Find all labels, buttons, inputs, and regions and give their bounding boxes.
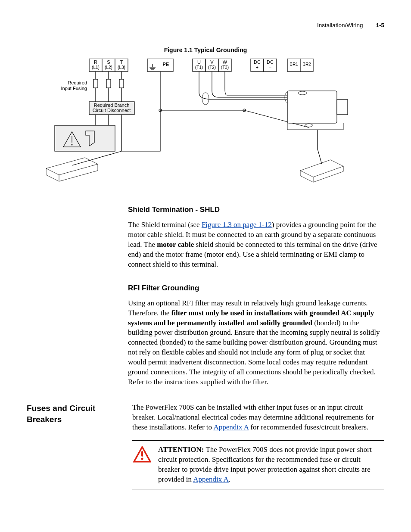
label-required-branch-1: Required Branch [94, 103, 130, 108]
term-s: S [107, 59, 110, 65]
term-v-sub: (T2) [208, 65, 216, 70]
term-pe: PE [163, 62, 169, 67]
svg-point-36 [141, 457, 143, 460]
term-w: W [223, 59, 227, 65]
rfi-paragraph: Using an optional RFI filter may result … [128, 299, 384, 387]
svg-rect-19 [106, 79, 111, 88]
attention-text-b: . [229, 475, 230, 483]
term-t: T [120, 59, 123, 65]
shld-heading: Shield Termination - SHLD [128, 205, 384, 215]
ground-beam-right-icon [300, 160, 343, 182]
figure-caption: Figure 1.1 Typical Grounding [27, 46, 384, 54]
attention-text: ATTENTION: The PowerFlex 700S does not p… [158, 445, 383, 485]
term-br1: BR1 [290, 62, 298, 67]
term-dcm-sub: – [269, 65, 271, 70]
term-s-sub: (L2) [105, 65, 112, 70]
svg-rect-33 [337, 100, 348, 115]
rfi-heading: RFI Filter Grounding [128, 283, 384, 293]
shield-termination-section: Shield Termination - SHLD The Shield ter… [128, 205, 384, 387]
term-dcp: DC [254, 59, 261, 65]
shld-text-a: The Shield terminal (see [128, 221, 202, 229]
attention-appendix-link[interactable]: Appendix A [193, 475, 229, 483]
header-page-number: 1-5 [376, 22, 384, 29]
shld-figure-link[interactable]: Figure 1.3 on page 1-12 [202, 221, 272, 229]
running-header: Installation/Wiring 1-5 [27, 22, 384, 33]
svg-point-24 [72, 144, 73, 146]
term-r: R [94, 59, 97, 65]
shld-bold: motor cable [157, 240, 194, 249]
svg-rect-20 [119, 79, 124, 88]
label-required-fusing-1: Required [68, 80, 87, 85]
term-br2: BR2 [302, 62, 311, 67]
term-dcp-sub: + [256, 65, 258, 70]
fuses-text-b: for recommended fuses/circuit breakers. [249, 423, 368, 431]
term-u: U [197, 59, 201, 65]
rfi-text-b: (bonded) to the building power distribut… [128, 319, 380, 386]
term-t-sub: (L3) [118, 65, 125, 70]
figure-typical-grounding: .tb { fill:#fff; stroke:#000; stroke-wid… [46, 59, 365, 188]
attention-icon [132, 445, 152, 463]
svg-rect-22 [55, 125, 115, 151]
page: Installation/Wiring 1-5 Figure 1.1 Typic… [0, 0, 411, 532]
term-r-sub: (L1) [92, 65, 100, 70]
fuses-section: Fuses and Circuit Breakers The PowerFlex… [27, 403, 384, 489]
label-required-branch-2: Circuit Disconnect [93, 108, 131, 113]
svg-rect-35 [141, 451, 143, 457]
term-u-sub: (T1) [195, 65, 203, 70]
svg-rect-18 [93, 79, 98, 88]
attention-box: ATTENTION: The PowerFlex 700S does not p… [132, 440, 384, 489]
fuses-appendix-link[interactable]: Appendix A [213, 423, 249, 431]
fuses-paragraph: The PowerFlex 700S can be installed with… [132, 403, 384, 432]
term-dcm: DC [267, 59, 274, 65]
attention-label: ATTENTION: [158, 445, 204, 454]
label-required-fusing-2: Input Fusing [61, 86, 87, 91]
shld-paragraph: The Shield terminal (see Figure 1.3 on p… [128, 220, 384, 270]
term-w-sub: (T3) [221, 65, 229, 70]
header-section: Installation/Wiring [317, 22, 363, 29]
motor-icon [287, 91, 348, 164]
fuses-heading: Fuses and Circuit Breakers [27, 403, 132, 425]
svg-rect-32 [287, 91, 337, 123]
term-v: V [210, 59, 214, 65]
ground-beam-left-icon [46, 158, 98, 181]
